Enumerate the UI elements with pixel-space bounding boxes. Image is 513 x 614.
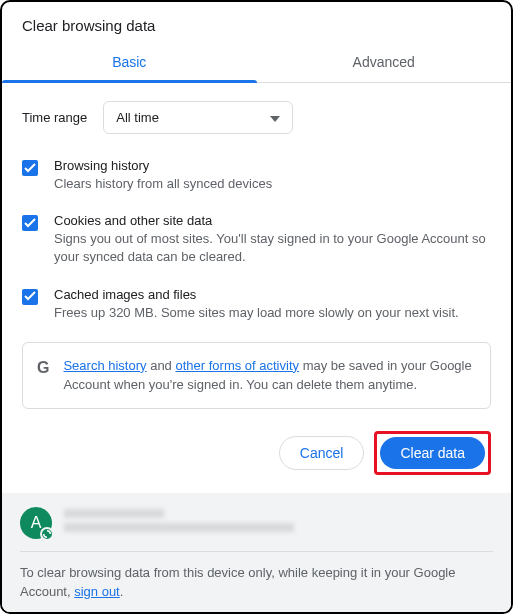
account-info-redacted [64,509,493,537]
dialog-title: Clear browsing data [2,2,511,44]
cancel-button[interactable]: Cancel [279,436,365,470]
sync-icon [40,527,54,541]
option-cookies: Cookies and other site data Signs you ou… [22,213,491,266]
avatar-initial: A [31,514,42,532]
google-icon: G [37,359,49,377]
info-box: G Search history and other forms of acti… [22,342,491,410]
check-icon [24,216,36,231]
option-title: Browsing history [54,158,272,173]
option-desc: Frees up 320 MB. Some sites may load mor… [54,304,459,322]
sign-out-link[interactable]: sign out [74,584,120,599]
option-desc: Signs you out of most sites. You'll stay… [54,230,491,266]
highlight-box: Clear data [374,431,491,475]
footer-text-end: . [120,584,124,599]
tabs: Basic Advanced [2,44,511,83]
tab-basic[interactable]: Basic [2,44,257,82]
option-browsing-history: Browsing history Clears history from all… [22,158,491,193]
account-row: A [20,507,493,539]
time-range-label: Time range [22,110,87,125]
option-title: Cached images and files [54,287,459,302]
checkbox-cookies[interactable] [22,215,38,231]
dialog-actions: Cancel Clear data [2,409,511,493]
info-text: Search history and other forms of activi… [63,357,476,395]
time-range-row: Time range All time [22,101,491,134]
dialog-content: Time range All time Browsing history Cle… [2,83,511,409]
avatar[interactable]: A [20,507,52,539]
clear-data-button[interactable]: Clear data [380,437,485,469]
info-mid: and [147,358,176,373]
checkbox-browsing-history[interactable] [22,160,38,176]
search-history-link[interactable]: Search history [63,358,146,373]
time-range-value: All time [116,110,159,125]
tab-advanced[interactable]: Advanced [257,44,512,82]
option-title: Cookies and other site data [54,213,491,228]
option-desc: Clears history from all synced devices [54,175,272,193]
chevron-down-icon [270,110,280,125]
option-cache: Cached images and files Frees up 320 MB.… [22,287,491,322]
checkbox-cache[interactable] [22,289,38,305]
other-activity-link[interactable]: other forms of activity [175,358,299,373]
footer: A To clear browsing data from this devic… [2,493,511,614]
footer-text: To clear browsing data from this device … [20,564,493,602]
time-range-select[interactable]: All time [103,101,293,134]
check-icon [24,161,36,176]
check-icon [24,289,36,304]
divider [20,551,493,552]
